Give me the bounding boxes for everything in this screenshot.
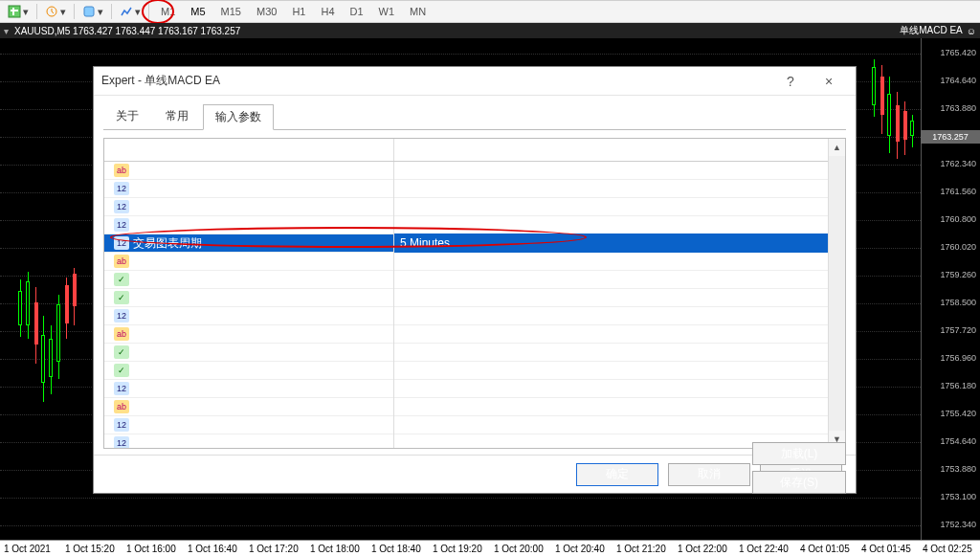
tf-m15[interactable]: M15 [215,4,247,19]
cancel-button[interactable]: 取消 [668,463,750,486]
time-tick: 1 Oct 22:40 [735,544,796,554]
help-button[interactable]: ? [771,68,810,95]
param-value[interactable]: 0.01 [394,179,828,198]
tf-mn[interactable]: MN [404,4,432,19]
tf-m30[interactable]: M30 [251,4,282,19]
time-tick: 4 Oct 01:05 [796,544,858,554]
param-name: 交易相关参数 [133,163,202,179]
num-type-icon: 12 [114,218,129,232]
param-name: 开仓相关设置 [133,254,202,270]
ab-type-icon: ab [114,164,129,177]
price-tick: 1765.420 [940,48,976,57]
price-tick: 1760.020 [940,242,976,252]
dialog-footer: 确定 取消 重设 [94,455,856,493]
param-value[interactable]: 12 [394,415,828,434]
num-type-icon: 12 [114,309,129,322]
time-tick: 1 Oct 21:20 [612,544,674,554]
param-name: 止盈点数 [133,217,179,234]
param-value[interactable]: 1200 [394,215,828,234]
tab-inputs[interactable]: 输入参数 [203,104,274,130]
symbol-info: XAUUSD,M5 1763.427 1763.447 1763.167 176… [14,26,240,36]
tf-h4[interactable]: H4 [315,4,340,19]
auto-scroll-icon[interactable]: ▾ [43,4,68,19]
param-name: 快EMA [133,417,169,434]
bool-type-icon: ✓ [114,345,129,359]
time-tick: 1 Oct 16:40 [184,544,245,554]
svg-rect-2 [11,10,18,11]
num-type-icon: 12 [114,418,129,432]
price-tick: 1761.560 [940,187,976,196]
ab-type-icon: ab [114,327,129,341]
scrollbar[interactable]: ▲ ▼ [828,139,845,448]
param-row[interactable]: 12慢EMA26 [104,434,828,448]
bool-type-icon: ✓ [114,273,129,286]
price-tick: 1760.800 [940,214,976,224]
ab-type-icon: ab [114,255,129,268]
dialog-tabs: 关于 常用 输入参数 [94,96,856,129]
param-value[interactable]: ================= [394,397,828,416]
time-tick: 1 Oct 20:40 [551,544,612,554]
dialog-titlebar[interactable]: Expert - 单线MACD EA ? × [94,67,856,96]
param-name: 交易图表周期 [133,235,202,252]
tab-common[interactable]: 常用 [153,103,201,129]
main-toolbar: ▾ ▾ ▾ ▾ M1 M5 M15 M30 H1 H4 D1 W1 MN [0,0,980,23]
param-name: macd死叉平多单开关 [133,345,241,361]
num-type-icon: 12 [114,382,129,395]
ok-button[interactable]: 确定 [576,463,658,486]
param-name: 零轴上金叉开多单开关 [133,272,248,288]
price-tick: 1755.420 [940,409,976,418]
time-tick: 1 Oct 15:20 [61,544,122,554]
tf-m5[interactable]: M5 [185,4,211,19]
price-tick: 1753.880 [940,464,976,474]
param-name: macd金叉平空单开关 [133,363,241,379]
param-value[interactable]: true [394,270,828,289]
price-tick: 1763.880 [940,103,976,113]
chart-area: ▾ XAUUSD,M5 1763.427 1763.447 1763.167 1… [0,23,980,556]
bool-type-icon: ✓ [114,364,129,377]
new-chart-icon[interactable]: ▾ [6,4,31,19]
time-tick: 1 Oct 2021 [0,544,61,554]
tf-d1[interactable]: D1 [345,4,369,19]
num-type-icon: 12 [114,200,129,213]
tab-about[interactable]: 关于 [103,103,151,129]
time-tick: 4 Oct 01:45 [858,544,919,554]
price-axis: 1765.4201764.6401763.8801763.1001762.340… [921,38,980,540]
save-button[interactable]: 保存(S) [752,471,846,494]
param-name: 止损点数 [133,199,179,215]
num-type-icon: 12 [114,236,129,250]
param-name: 开仓手数 [133,181,179,197]
load-button[interactable]: 加载(L) [752,442,846,465]
time-tick: 1 Oct 20:00 [490,544,551,554]
chart-triangle-icon[interactable]: ▾ [4,26,9,36]
param-name: 多空持仓规则 [133,308,202,324]
time-tick: 1 Oct 16:00 [122,544,184,554]
column-variable[interactable]: 变量 [104,139,394,161]
close-button[interactable]: × [810,68,848,95]
price-tick: 1759.260 [940,270,976,279]
column-value[interactable]: 赋值 [394,139,828,161]
expert-properties-dialog: Expert - 单线MACD EA ? × 关于 常用 输入参数 变量 赋值 … [93,66,857,494]
svg-rect-4 [84,7,94,16]
time-tick: 1 Oct 18:00 [306,544,368,554]
param-name: MACD指标参数设置 [133,399,235,415]
price-tick: 1757.720 [940,325,976,335]
current-price-label: 1763.257 [921,130,980,144]
tf-w1[interactable]: W1 [373,4,401,19]
param-value[interactable]: true [394,343,828,362]
tf-m1[interactable]: M1 [155,4,181,19]
param-value[interactable]: 300 [394,197,828,216]
price-tick: 1756.180 [940,381,976,390]
num-type-icon: 12 [114,182,129,195]
chart-shift-icon[interactable]: ▾ [80,4,105,19]
param-name: 慢EMA [133,435,169,449]
time-axis: 1 Oct 20211 Oct 15:201 Oct 16:001 Oct 16… [0,540,980,556]
dialog-title-text: Expert - 单线MACD EA [101,73,220,89]
scroll-up-icon[interactable]: ▲ [829,139,845,156]
num-type-icon: 12 [114,436,129,448]
tf-h1[interactable]: H1 [286,4,311,19]
param-name: 平仓规则 [133,381,179,397]
time-tick: 1 Oct 19:20 [429,544,490,554]
ea-smiley-icon[interactable]: ☺ [967,26,976,36]
price-tick: 1758.500 [940,298,976,307]
indicators-icon[interactable]: ▾ [118,4,143,19]
